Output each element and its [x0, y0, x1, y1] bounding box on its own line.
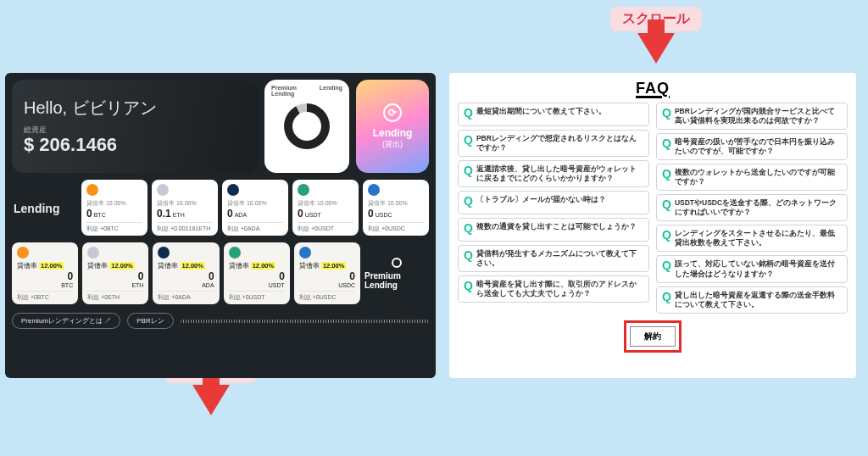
interest-value: 利息 +0ADA: [158, 291, 214, 302]
faq-item[interactable]: QPBRレンディングで想定されるリスクとはなんですか？: [458, 130, 649, 157]
faq-item[interactable]: Q最短貸出期間について教えて下さい。: [458, 103, 649, 126]
faq-panel: FAQ Q最短貸出期間について教えて下さい。QPBRレンディングで想定されるリス…: [449, 73, 856, 378]
faq-item[interactable]: Qレンディングをスタートさせるにあたり、最低貸出枚数を教えて下さい。: [656, 225, 848, 252]
q-icon: Q: [662, 259, 671, 271]
lending-asset-card[interactable]: 貸借率 10.00%0ADA利息 +0ADA: [222, 180, 288, 236]
faq-item[interactable]: Q貸し出した暗号資産を返還する際の送金手数料について教えて下さい。: [656, 286, 848, 314]
allocation-donut-card: Premium Lending Lending: [264, 80, 349, 173]
lending-card-sub: (貸出): [382, 139, 403, 150]
rate-label: 貸借率 10.00%: [157, 199, 213, 208]
rate-label: 貸借率 12.00%: [229, 262, 285, 270]
faq-item[interactable]: Q暗号資産を貸し出す際に、取引所のアドレスから送金しても大丈夫でしょうか？: [458, 275, 649, 303]
btc-icon: [86, 184, 98, 196]
donut-label-premium: Premium Lending: [271, 85, 320, 97]
rate-label: 貸借率 10.00%: [368, 199, 424, 208]
q-icon: Q: [464, 134, 473, 146]
eth-icon: [157, 184, 169, 196]
faq-item[interactable]: Q〔トラブル〕メールが届かない時は？: [458, 191, 649, 214]
lending-asset-card[interactable]: 貸借率 10.00%0USDT利息 +0USDT: [292, 180, 359, 236]
asset-amount: 0.1ETH: [157, 208, 213, 220]
faq-question-text: USDTやUSDCを送金する際、どのネットワークにすればいいですか？: [675, 198, 842, 217]
faq-question-text: 〔トラブル〕メールが届かない時は？: [476, 195, 606, 204]
ring-icon: [392, 258, 402, 268]
premium-asset-card[interactable]: 貸借率 12.00%0BTC利息 +0BTC: [12, 242, 78, 304]
premium-about-link[interactable]: Premiumレンディングとは ↗: [12, 313, 120, 329]
faq-item[interactable]: Q誤って、対応していない銘柄の暗号資産を送付した場合はどうなりますか？: [656, 255, 848, 282]
lending-asset-card[interactable]: 貸借率 10.00%0USDC利息 +0USDC: [363, 180, 429, 236]
q-icon: Q: [464, 249, 473, 261]
faq-question-text: 誤って、対応していない銘柄の暗号資産を送付した場合はどうなりますか？: [675, 259, 842, 278]
faq-question-text: 複数の通貨を貸し出すことは可能でしょうか？: [476, 222, 637, 231]
faq-item[interactable]: QPBRレンディングが国内競合サービスと比べて高い貸借料を実現出来るのは何故です…: [656, 103, 848, 130]
lending-section-title: Lending: [12, 197, 76, 219]
interest-value: 利息 +0.001181ETH: [157, 222, 213, 233]
lending-card-title: Lending: [373, 127, 413, 139]
asset-amount: 0USDT: [229, 270, 285, 288]
asset-amount: 0ADA: [158, 270, 214, 288]
rate-label: 貸借率 10.00%: [227, 199, 283, 208]
q-icon: Q: [662, 107, 671, 119]
faq-item[interactable]: QUSDTやUSDCを送金する際、どのネットワークにすればいいですか？: [656, 194, 848, 221]
rate-label: 貸借率 12.00%: [299, 262, 355, 270]
faq-question-text: PBRレンディングで想定されるリスクとはなんですか？: [476, 134, 643, 153]
premium-asset-card[interactable]: 貸借率 12.00%0ETH利息 +0ETH: [82, 242, 148, 304]
asset-amount: 0USDC: [368, 208, 424, 220]
horizontal-scrollbar[interactable]: [181, 320, 429, 323]
rate-label: 貸借率 12.00%: [17, 262, 73, 270]
cancel-button[interactable]: 解約: [630, 326, 676, 347]
faq-question-text: 返還請求後、貸し出した暗号資産がウォレットに戻るまでにどのくらいかかりますか？: [476, 164, 643, 183]
interest-value: 利息 +0USDT: [229, 291, 285, 302]
q-icon: Q: [662, 291, 671, 303]
interest-value: 利息 +0ADA: [227, 222, 283, 233]
premium-asset-card[interactable]: 貸借率 12.00%0ADA利息 +0ADA: [153, 242, 219, 304]
lending-asset-card[interactable]: 貸借率 10.00%0BTC利息 +0BTC: [81, 180, 147, 236]
greeting-text: Hello, ビビリアン: [24, 97, 246, 120]
asset-amount: 0ADA: [227, 208, 283, 220]
cancel-highlight-box: 解約: [624, 320, 682, 353]
q-icon: Q: [662, 229, 671, 241]
q-icon: Q: [464, 280, 473, 292]
faq-title: FAQ: [458, 80, 848, 97]
interest-value: 利息 +0USDT: [298, 222, 353, 233]
faq-item[interactable]: Q返還請求後、貸し出した暗号資産がウォレットに戻るまでにどのくらいかかりますか？: [458, 160, 649, 187]
scroll-callout-top: スクロール: [610, 7, 702, 64]
asset-amount: 0ETH: [87, 270, 143, 288]
premium-asset-card[interactable]: 貸借率 12.00%0USDT利息 +0USDT: [224, 242, 290, 304]
usdc-icon: [368, 184, 380, 196]
rate-label: 貸借率 12.00%: [158, 262, 214, 270]
interest-value: 利息 +0BTC: [86, 222, 142, 233]
total-asset-amount: $ 206.1466: [24, 134, 246, 156]
eth-icon: [87, 247, 99, 259]
asset-amount: 0BTC: [86, 208, 142, 220]
rate-label: 貸借率 10.00%: [298, 199, 353, 208]
lending-dashboard: Hello, ビビリアン 総資産 $ 206.1466 Premium Lend…: [5, 73, 436, 378]
premium-asset-card[interactable]: 貸借率 12.00%0USDC利息 +0USDC: [294, 242, 360, 304]
faq-question-text: 最短貸出期間について教えて下さい。: [476, 107, 606, 116]
q-icon: Q: [464, 107, 473, 119]
ada-icon: [227, 184, 239, 196]
usdc-icon: [299, 247, 311, 259]
faq-item[interactable]: Q複数のウォレットから送金したいのですが可能ですか？: [656, 164, 848, 191]
usdt-icon: [298, 184, 309, 196]
lending-asset-card[interactable]: 貸借率 10.00%0.1ETH利息 +0.001181ETH: [152, 180, 218, 236]
faq-question-text: 暗号資産の扱いが苦手なので日本円を振り込みたいのですが、可能ですか？: [675, 137, 842, 156]
donut-chart-icon: [284, 103, 330, 149]
btc-icon: [17, 247, 29, 259]
faq-item[interactable]: Q複数の通貨を貸し出すことは可能でしょうか？: [458, 218, 649, 242]
faq-question-text: 暗号資産を貸し出す際に、取引所のアドレスから送金しても大丈夫でしょうか？: [476, 280, 643, 298]
pbr-about-link[interactable]: PBRレン: [127, 313, 173, 329]
q-icon: Q: [464, 195, 473, 207]
faq-item[interactable]: Q貸借料が発生するメカニズムについて教えて下さい。: [458, 245, 649, 272]
faq-question-text: PBRレンディングが国内競合サービスと比べて高い貸借料を実現出来るのは何故ですか…: [675, 107, 842, 125]
faq-question-text: 複数のウォレットから送金したいのですが可能ですか？: [675, 168, 842, 186]
arrow-down-icon: [192, 385, 230, 415]
q-icon: Q: [464, 164, 473, 176]
asset-amount: 0USDT: [298, 208, 353, 220]
q-icon: Q: [662, 168, 671, 180]
faq-item[interactable]: Q暗号資産の扱いが苦手なので日本円を振り込みたいのですが、可能ですか？: [656, 133, 848, 160]
asset-amount: 0USDC: [299, 270, 355, 288]
arrow-down-icon: [637, 33, 675, 64]
lending-icon: ⟳: [383, 103, 402, 122]
rate-label: 貸借率 10.00%: [86, 199, 142, 208]
lending-action-card[interactable]: ⟳ Lending (貸出): [356, 80, 429, 173]
